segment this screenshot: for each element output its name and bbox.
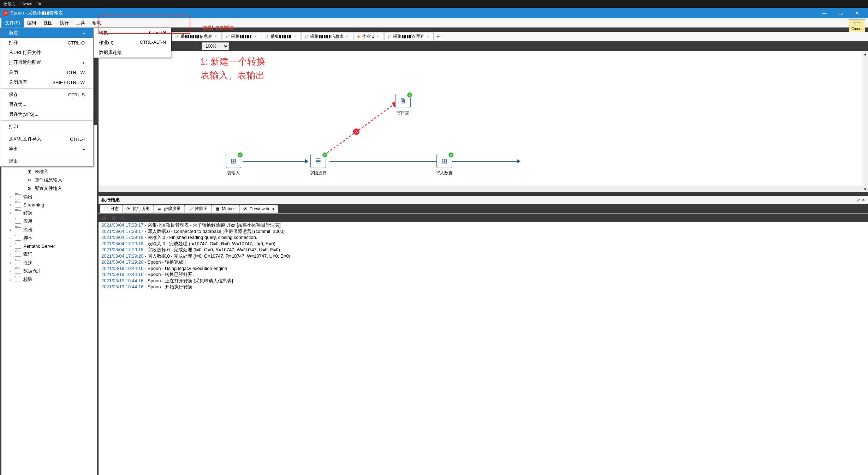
hop[interactable] — [243, 161, 308, 162]
menu-exit[interactable]: 退出 — [0, 156, 93, 166]
expand-icon[interactable]: › — [8, 236, 13, 240]
horizontal-scrollbar[interactable] — [99, 186, 862, 192]
folder-icon — [15, 244, 21, 249]
menu-edit[interactable]: 编辑 — [24, 18, 40, 28]
close-icon[interactable]: ✕ — [214, 35, 217, 38]
menu-tools[interactable]: 工具 — [72, 18, 89, 28]
close-icon[interactable]: ✕ — [293, 35, 296, 38]
log-icon: 📄 — [104, 206, 109, 211]
expand-icon[interactable]: › — [8, 228, 13, 232]
tree-folder[interactable]: ›流程 — [1, 226, 97, 234]
settings-icon[interactable]: ⚙ — [120, 215, 125, 221]
vertical-scrollbar[interactable]: ▲▼ — [862, 52, 868, 192]
transformation-icon: ⇄ — [264, 34, 269, 39]
expand-icon[interactable]: ⤢ — [857, 198, 860, 203]
expand-icon[interactable]: › — [8, 211, 13, 215]
tree-folder[interactable]: ›输出 — [1, 193, 97, 201]
menu-help[interactable]: 帮助 — [89, 18, 105, 28]
tab[interactable]: ⇄采集▮▮▮▮▮✕ — [222, 32, 261, 41]
close-icon[interactable]: ✕ — [862, 198, 865, 203]
results-header: 执行结果 ⤢ ✕ — [99, 196, 868, 204]
expand-icon[interactable]: › — [8, 261, 13, 265]
tree-step-mailinput[interactable]: ✉邮件信息输入 — [1, 176, 97, 184]
expand-icon[interactable]: › — [8, 195, 13, 199]
tab[interactable]: ⇄采▮▮▮▮▮▮信息表✕ — [172, 32, 222, 41]
close-icon[interactable]: ✕ — [426, 35, 429, 38]
menu-open[interactable]: 打开CTRL-O — [0, 38, 93, 48]
menu-print[interactable]: 打印 — [0, 122, 93, 132]
results-tab-history[interactable]: ⟳执行历史 — [123, 205, 154, 213]
hop[interactable] — [329, 161, 520, 162]
expand-icon[interactable]: › — [8, 220, 13, 223]
tree-folder[interactable]: ›Streaming — [1, 201, 97, 209]
menu-close[interactable]: 关闭CTRL-W — [0, 67, 93, 77]
taskbar-item[interactable]: 收藏夹 — [1, 1, 17, 7]
menu-open-recent[interactable]: 打开最近的配置 — [0, 58, 93, 67]
minimize-button[interactable]: — — [816, 8, 833, 18]
trash-icon[interactable]: 🗑 — [111, 215, 116, 221]
log-output[interactable]: 2021/03/04 17:29:17 - 采集小区项目管理表 - 为了转换解除… — [99, 222, 868, 475]
folder-icon — [15, 260, 21, 265]
editor-tabs: ⇄采▮▮▮▮▮▮信息表✕ ⇄采集▮▮▮▮▮✕ ⇄采集▮▮▮▮▮✕ ⇄采集▮▮▮▮… — [172, 32, 868, 41]
tree-step-propinput[interactable]: ⚙配置文件输入 — [1, 184, 97, 193]
menu-export[interactable]: 导出 — [0, 144, 93, 154]
menu-close-all[interactable]: 关闭所有SHIFT-CTRL-W — [0, 77, 93, 87]
tree-folder[interactable]: ›Pentaho Server — [1, 242, 97, 250]
expand-icon[interactable]: › — [8, 244, 13, 248]
taskbar-item[interactable]: Cicsdn — [17, 2, 35, 6]
close-icon[interactable]: ✕ — [346, 35, 349, 38]
sql-icon[interactable]: ⎘ — [174, 43, 181, 50]
tree-folder[interactable]: ›校验 — [1, 275, 97, 284]
tree-step-tableinput[interactable]: ⊞表输入 — [1, 167, 97, 176]
menu-file[interactable]: 文件(F) — [1, 18, 24, 28]
menu-new[interactable]: 新建 — [0, 28, 93, 38]
close-icon[interactable]: ✕ — [254, 35, 257, 38]
expand-icon[interactable]: › — [8, 252, 13, 256]
submenu-dbconn[interactable]: 数据库连接 — [94, 48, 171, 58]
ok-badge-icon: ✓ — [407, 92, 412, 98]
maximize-button[interactable]: ▭ — [833, 8, 849, 18]
tree-folder[interactable]: ›连接 — [1, 258, 97, 267]
explore-icon[interactable]: ⌕ — [183, 43, 190, 50]
step-write-data[interactable]: ✓⊞ 写入数据 — [436, 154, 453, 176]
menu-open-url[interactable]: 从URL打开文件 — [0, 48, 93, 58]
step-write-log[interactable]: ✓🗎 写日志 — [395, 94, 411, 116]
tab[interactable]: ⇄采集▮▮▮▮▮信息表✕ — [301, 32, 353, 41]
results-tab-perf[interactable]: 📈性能图 — [185, 205, 212, 213]
zoom-select[interactable]: 100% — [202, 42, 229, 50]
taskbar-item[interactable]: JA — [35, 2, 43, 6]
tree-folder[interactable]: ›脚本 — [1, 234, 97, 242]
step-select-values[interactable]: ✓≣ 字段选择 — [310, 154, 327, 176]
submenu-job[interactable]: 作业(J)CTRL-ALT-N — [94, 38, 171, 48]
menu-import-xml[interactable]: 从XML文件导入CTRL-I — [0, 134, 93, 144]
expand-icon[interactable]: › — [8, 278, 13, 282]
tab[interactable]: ⇄采集▮▮▮▮管理表✕ — [384, 32, 434, 41]
tab[interactable]: ◆作业 1✕ — [353, 32, 384, 41]
results-tab-metrics[interactable]: ≣步骤度量 — [154, 205, 185, 213]
hop-error[interactable]: ✕ — [317, 97, 402, 161]
tree-folder[interactable]: ›转换 — [1, 209, 97, 217]
menu-run[interactable]: 执行 — [56, 18, 72, 28]
tab[interactable]: ⇄采集▮▮▮▮▮✕ — [262, 32, 301, 41]
menu-save[interactable]: 保存CTRL-S — [0, 90, 93, 100]
step-table-input[interactable]: ✓⊞ 表输入 — [226, 154, 241, 176]
log-line: 2021/03/04 17:29:20 - 写入数据.0 - 完成处理 (I=0… — [101, 253, 865, 259]
close-icon[interactable]: ✕ — [376, 35, 379, 38]
tree-folder[interactable]: ›数据仓库 — [1, 267, 97, 275]
expand-icon[interactable]: › — [8, 269, 13, 273]
close-button[interactable]: ✕ — [849, 8, 865, 18]
tree-folder[interactable]: ›应用 — [1, 217, 97, 226]
menu-save-as[interactable]: 另存为... — [0, 100, 93, 109]
showres-icon[interactable]: ▣ — [192, 43, 200, 50]
transformation-icon: ⇄ — [174, 34, 179, 39]
clipboard-icon[interactable]: 🗐 — [101, 215, 107, 221]
tabs-overflow[interactable]: »₄ — [434, 34, 443, 38]
menu-view[interactable]: 视图 — [40, 18, 56, 28]
tree-folder[interactable]: ›查询 — [1, 250, 97, 258]
submenu-transformation[interactable]: 转换CTRL-N — [94, 28, 171, 38]
menu-save-vfs[interactable]: 另存为(VFS)... — [0, 109, 93, 119]
results-tab-preview[interactable]: 👁Preview data — [239, 205, 278, 213]
expand-icon[interactable]: › — [8, 203, 13, 207]
results-tab-log[interactable]: 📄日志 — [100, 205, 123, 213]
results-tab-metrics2[interactable]: ▦Metrics — [212, 205, 239, 213]
